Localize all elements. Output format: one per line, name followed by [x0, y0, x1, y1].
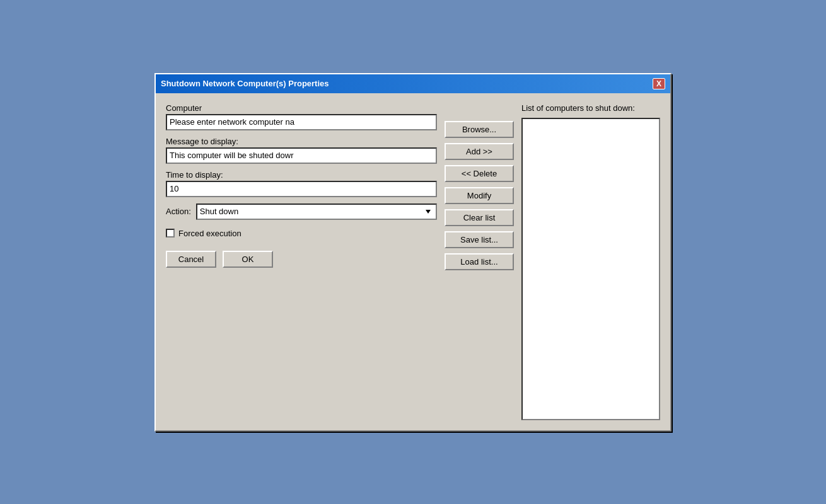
right-panel: List of computers to shut down:	[521, 103, 660, 420]
left-panel: Computer Message to display: Time to dis…	[166, 103, 437, 420]
computer-label: Computer	[166, 103, 437, 113]
message-label: Message to display:	[166, 137, 437, 146]
computer-input-wrap	[166, 114, 437, 130]
modify-button[interactable]: Modify	[445, 187, 514, 204]
middle-buttons: Browse... Add >> << Delete Modify Clear …	[445, 103, 514, 420]
browse-button[interactable]: Browse...	[445, 121, 514, 138]
forced-checkbox[interactable]	[166, 229, 175, 238]
time-input[interactable]	[166, 181, 437, 197]
computer-field-row	[166, 114, 437, 130]
computers-listbox[interactable]	[521, 118, 660, 420]
message-input[interactable]	[166, 147, 437, 164]
computer-section: Computer	[166, 103, 437, 130]
close-button[interactable]: X	[653, 78, 665, 89]
forced-execution-row: Forced execution	[166, 226, 437, 241]
ok-button[interactable]: OK	[223, 251, 273, 268]
save-list-button[interactable]: Save list...	[445, 231, 514, 248]
time-section: Time to display:	[166, 170, 437, 197]
dialog-title: Shutdown Network Computer(s) Properties	[161, 79, 329, 88]
dialog-window: Shutdown Network Computer(s) Properties …	[154, 73, 672, 432]
action-row: Action: Shut down Restart Log off Hibern…	[166, 203, 437, 220]
list-label: List of computers to shut down:	[521, 103, 660, 113]
load-list-button[interactable]: Load list...	[445, 253, 514, 270]
bottom-buttons: Cancel OK	[166, 251, 437, 268]
forced-label: Forced execution	[178, 229, 241, 238]
action-label: Action:	[166, 207, 191, 216]
time-label: Time to display:	[166, 170, 437, 180]
clear-list-button[interactable]: Clear list	[445, 209, 514, 226]
add-button[interactable]: Add >>	[445, 143, 514, 160]
action-select[interactable]: Shut down Restart Log off Hibernate Stan…	[196, 203, 437, 220]
delete-button[interactable]: << Delete	[445, 165, 514, 182]
dialog-body: Computer Message to display: Time to dis…	[156, 93, 670, 430]
computer-input[interactable]	[166, 114, 437, 130]
cancel-button[interactable]: Cancel	[166, 251, 216, 268]
message-section: Message to display:	[166, 137, 437, 164]
title-bar: Shutdown Network Computer(s) Properties …	[156, 74, 670, 93]
